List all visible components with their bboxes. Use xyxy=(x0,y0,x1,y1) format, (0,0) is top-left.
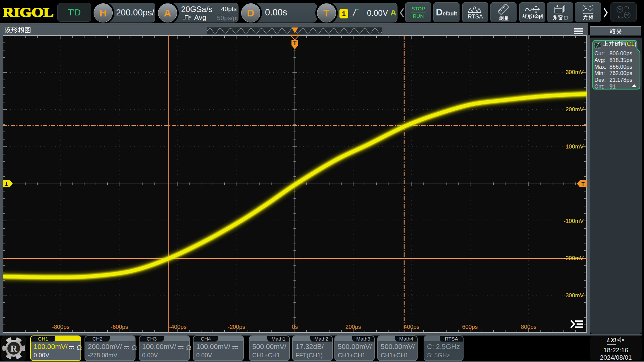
svg-text:B: B xyxy=(589,5,591,8)
svg-text:RIGOL: RIGOL xyxy=(3,5,54,20)
svg-text:T: T xyxy=(293,40,297,46)
svg-text:N: N xyxy=(189,15,192,18)
svg-text:T: T xyxy=(581,181,584,187)
svg-text:A: A xyxy=(584,5,586,8)
svg-text:1: 1 xyxy=(5,181,8,187)
svg-text:R: R xyxy=(10,343,17,354)
